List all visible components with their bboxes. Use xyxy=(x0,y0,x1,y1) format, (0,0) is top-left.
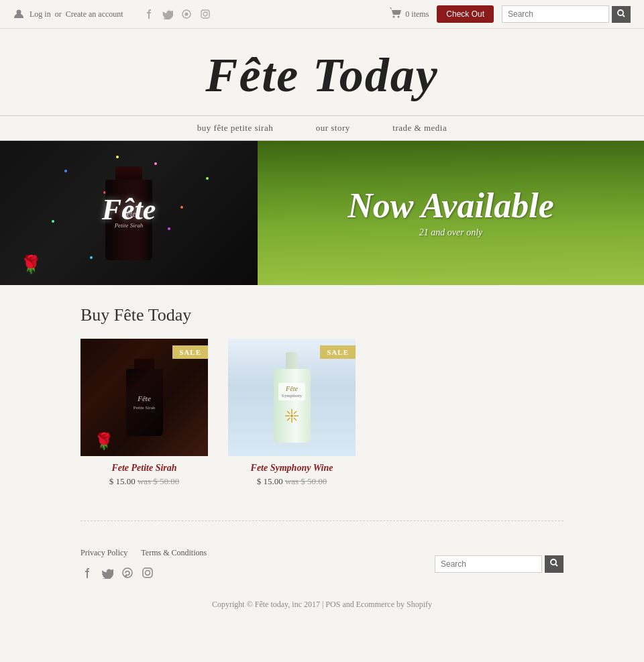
user-icon xyxy=(13,9,24,19)
svg-line-23 xyxy=(556,565,558,567)
svg-point-7 xyxy=(618,10,623,15)
pinterest-icon-footer[interactable] xyxy=(121,566,134,580)
svg-rect-2 xyxy=(201,10,209,18)
product-name-2: Fete Symphony Wine xyxy=(228,463,356,474)
svg-point-18 xyxy=(123,568,132,577)
top-bar: Log in or Create an account xyxy=(0,0,644,29)
footer-search-area xyxy=(435,555,564,573)
social-icons-top xyxy=(142,7,212,21)
instagram-icon-footer[interactable] xyxy=(141,566,154,580)
svg-line-8 xyxy=(623,15,625,17)
hero-banner: FêtePetite Sirah 🌹 Fête Now Available 21… xyxy=(0,141,644,285)
hero-now-available: Now Available xyxy=(347,188,554,223)
hero-age-restriction: 21 and over only xyxy=(347,227,554,238)
svg-point-21 xyxy=(150,569,150,570)
privacy-policy-link[interactable]: Privacy Policy xyxy=(80,548,127,558)
nav-buy-fete[interactable]: buy fête petite sirah xyxy=(197,123,273,133)
footer-social xyxy=(80,566,207,580)
auth-links: Log in or Create an account xyxy=(30,9,123,19)
svg-point-5 xyxy=(393,16,395,18)
cart-icon xyxy=(389,7,401,21)
hero-fete-logo: Fête xyxy=(102,192,156,227)
svg-point-4 xyxy=(207,11,208,12)
product-image-2: SALE Fête Symphony xyxy=(228,339,356,456)
product-price-2: $ 15.00 was $ 50.00 xyxy=(228,476,356,487)
search-input-footer[interactable] xyxy=(435,555,542,573)
svg-line-13 xyxy=(287,411,290,414)
pinterest-icon-top[interactable] xyxy=(180,7,193,21)
copyright-text: Copyright © Fête today, inc 2017 | POS a… xyxy=(212,600,432,609)
rose-decoration: 🌹 xyxy=(20,254,42,275)
svg-point-3 xyxy=(203,12,207,16)
copyright: Copyright © Fête today, inc 2017 | POS a… xyxy=(0,593,644,623)
facebook-icon-footer[interactable] xyxy=(80,566,94,580)
section-divider xyxy=(80,520,564,521)
nav-our-story[interactable]: our story xyxy=(316,123,350,133)
cart-area: 0 items xyxy=(389,7,429,21)
cart-item-count: 0 items xyxy=(405,9,429,19)
product-card-1[interactable]: SALE Fête Petite Sirah 🌹 xyxy=(80,339,208,487)
hero-right: Now Available 21 and over only xyxy=(258,141,644,285)
nav-trade-media[interactable]: trade & media xyxy=(392,123,447,133)
product-card-2[interactable]: SALE Fête Symphony xyxy=(228,339,356,487)
sale-badge-2: SALE xyxy=(320,345,356,359)
footer: Privacy Policy Terms & Conditions xyxy=(0,535,644,593)
nav-bar: buy fête petite sirah our story trade & … xyxy=(0,115,644,141)
top-bar-right: 0 items Check Out xyxy=(389,5,631,23)
products-title: Buy Fête Today xyxy=(80,305,564,325)
product-was-price-1: was $ 50.00 xyxy=(138,476,179,486)
product-name-1: Fete Petite Sirah xyxy=(80,463,208,474)
search-input-top[interactable] xyxy=(502,5,609,23)
search-button-top[interactable] xyxy=(612,6,631,23)
sale-badge-1: SALE xyxy=(172,345,208,359)
svg-line-16 xyxy=(287,418,290,421)
product-price-1: $ 15.00 was $ 50.00 xyxy=(80,476,208,487)
footer-links: Privacy Policy Terms & Conditions xyxy=(80,548,207,558)
site-logo[interactable]: Fête Today xyxy=(13,49,631,102)
login-link[interactable]: Log in xyxy=(30,9,51,19)
product-was-price-2: was $ 50.00 xyxy=(285,476,327,486)
instagram-icon-top[interactable] xyxy=(199,7,212,21)
checkout-button[interactable]: Check Out xyxy=(437,5,494,23)
facebook-icon-top[interactable] xyxy=(142,7,156,21)
terms-conditions-link[interactable]: Terms & Conditions xyxy=(141,548,207,558)
svg-line-14 xyxy=(294,418,297,421)
search-area-top xyxy=(502,5,631,23)
svg-rect-19 xyxy=(143,568,152,577)
or-separator: or xyxy=(55,9,62,19)
search-button-footer[interactable] xyxy=(545,555,564,573)
products-section: Buy Fête Today SALE Fête Petite Sirah xyxy=(0,285,644,507)
svg-point-22 xyxy=(551,559,556,565)
product-image-1: SALE Fête Petite Sirah 🌹 xyxy=(80,339,208,456)
create-account-link[interactable]: Create an account xyxy=(66,9,123,19)
svg-point-20 xyxy=(146,571,150,575)
svg-point-6 xyxy=(398,16,400,18)
twitter-icon-top[interactable] xyxy=(161,7,174,21)
twitter-icon-footer[interactable] xyxy=(101,566,114,580)
svg-point-17 xyxy=(290,415,293,417)
hero-left: FêtePetite Sirah 🌹 Fête xyxy=(0,141,258,285)
header: Fête Today xyxy=(0,29,644,115)
products-grid: SALE Fête Petite Sirah 🌹 xyxy=(80,339,564,487)
svg-line-15 xyxy=(294,411,297,414)
